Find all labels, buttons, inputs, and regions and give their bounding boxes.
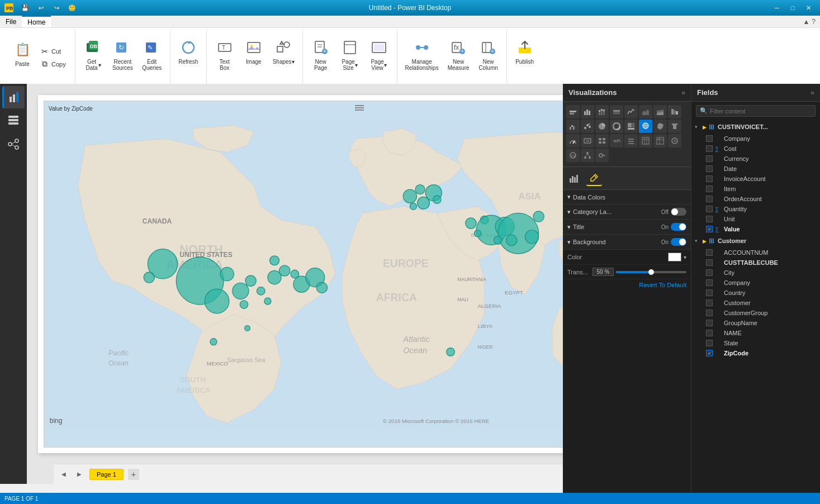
viz-pie[interactable] <box>595 120 609 133</box>
field-unit-checkbox[interactable] <box>706 216 713 222</box>
quick-undo-btn[interactable]: ↩ <box>34 2 48 13</box>
background-toggle[interactable]: On <box>661 238 686 246</box>
field-value[interactable]: ✓ ∑ Value <box>691 224 820 234</box>
image-btn[interactable]: Image <box>240 35 267 80</box>
viz-area[interactable] <box>639 105 652 118</box>
category-toggle-track[interactable] <box>671 208 686 216</box>
title-toggle[interactable]: On <box>661 223 686 231</box>
field-custtablecube[interactable]: CUSTTABLECUBE <box>691 258 820 268</box>
ribbon-collapse-btn[interactable]: ▲ <box>803 18 809 26</box>
field-company[interactable]: Company <box>691 134 820 144</box>
viz-stacked-col[interactable] <box>595 105 609 118</box>
viz-waterfall[interactable] <box>566 120 580 133</box>
close-btn[interactable]: ✕ <box>801 2 816 13</box>
category-label-toggle[interactable]: Off <box>661 208 686 216</box>
field-invoiceaccount-checkbox[interactable] <box>706 175 713 182</box>
field-zipcode-checkbox[interactable]: ✓ <box>706 350 713 356</box>
field-quantity[interactable]: ∑ Quantity <box>691 204 820 214</box>
map-more-btn[interactable]: ··· <box>667 103 672 110</box>
title-toggle-track[interactable] <box>671 223 686 231</box>
new-measure-btn[interactable]: fx+ New Measure <box>444 35 473 80</box>
color-swatch[interactable] <box>668 253 681 261</box>
new-page-btn[interactable]: + New Page <box>307 35 334 80</box>
field-group-custinvoice[interactable]: ▾ ▸ ⊞ CUSTINVOICET... <box>691 120 820 134</box>
field-value-checkbox[interactable]: ✓ <box>706 226 713 232</box>
viz-filled-map[interactable] <box>653 120 667 133</box>
data-colors-header[interactable]: ▾ Data Colors <box>563 190 691 205</box>
refresh-btn[interactable]: Refresh <box>175 35 202 80</box>
maximize-btn[interactable]: □ <box>785 2 800 13</box>
menu-file[interactable]: File <box>0 16 22 27</box>
field-company-checkbox[interactable] <box>706 135 713 142</box>
paste-btn[interactable]: 📋 Paste <box>9 37 36 78</box>
manage-relationships-btn[interactable]: Manage Relationships <box>402 35 442 80</box>
field-cost-checkbox[interactable] <box>706 145 713 152</box>
recent-sources-btn[interactable]: ↻ Recent Sources <box>109 35 136 80</box>
page-next-btn[interactable]: ▶ <box>74 469 85 480</box>
edit-queries-btn[interactable]: ✎ Edit Queries <box>139 35 165 80</box>
viz-data-tab[interactable] <box>566 170 582 186</box>
field-currency[interactable]: Currency <box>691 154 820 164</box>
viz-column[interactable] <box>581 105 594 118</box>
color-dropdown-btn[interactable]: ▾ <box>684 254 686 260</box>
field-group-customer[interactable]: ▾ ▸ ⊞ Customer <box>691 234 820 248</box>
viz-gauge[interactable] <box>566 134 580 148</box>
sidebar-data-btn[interactable] <box>2 110 25 132</box>
field-customer-checkbox[interactable] <box>706 299 713 306</box>
text-box-btn[interactable]: T Text Box <box>211 35 238 80</box>
field-cust-company[interactable]: Company <box>691 278 820 288</box>
field-customergroup[interactable]: CustomerGroup <box>691 308 820 318</box>
field-unit[interactable]: Unit <box>691 214 820 224</box>
viz-custom[interactable]: R <box>668 134 681 148</box>
page-size-btn[interactable]: Page Size▾ <box>336 35 363 80</box>
transparency-input[interactable]: 50 % <box>593 268 614 276</box>
field-orderaccount-checkbox[interactable] <box>706 196 713 202</box>
field-invoiceaccount[interactable]: InvoiceAccount <box>691 174 820 184</box>
field-state-checkbox[interactable] <box>706 340 713 346</box>
minimize-btn[interactable]: ─ <box>770 2 784 13</box>
viz-py[interactable]: py <box>566 149 580 162</box>
sidebar-report-btn[interactable] <box>2 86 25 108</box>
search-input[interactable] <box>710 108 812 115</box>
viz-funnel[interactable] <box>668 120 681 133</box>
viz-panel-expand[interactable]: » <box>681 89 685 97</box>
new-column-btn[interactable]: + New Column <box>475 35 502 80</box>
viz-scatter[interactable] <box>581 120 594 133</box>
field-date-checkbox[interactable] <box>706 165 713 172</box>
page-1-tab[interactable]: Page 1 <box>89 469 124 480</box>
quick-smile-btn[interactable]: 🙂 <box>65 2 79 13</box>
help-btn[interactable]: ? <box>812 18 816 26</box>
field-orderaccount[interactable]: OrderAccount <box>691 194 820 204</box>
field-groupname-checkbox[interactable] <box>706 320 713 326</box>
viz-stacked-bar[interactable] <box>566 105 580 118</box>
viz-multi-card[interactable] <box>595 134 609 148</box>
viz-map[interactable] <box>639 120 652 133</box>
revert-btn[interactable]: Revert To Default <box>563 279 691 291</box>
field-cust-company-checkbox[interactable] <box>706 279 713 286</box>
cut-btn[interactable]: ✂ Cut <box>37 45 70 58</box>
field-name[interactable]: NAME <box>691 328 820 338</box>
map-menu-btn[interactable] <box>355 104 364 113</box>
viz-format-tab[interactable] <box>586 170 602 186</box>
copy-btn[interactable]: ⧉ Copy <box>37 58 70 70</box>
menu-home[interactable]: Home <box>22 16 51 27</box>
field-currency-checkbox[interactable] <box>706 155 713 162</box>
viz-matrix[interactable] <box>653 134 667 148</box>
quick-save-btn[interactable]: 💾 <box>18 2 32 13</box>
field-custtablecube-checkbox[interactable] <box>706 259 713 266</box>
transparency-slider[interactable] <box>616 271 686 273</box>
viz-line[interactable] <box>624 105 638 118</box>
field-groupname[interactable]: GroupName <box>691 318 820 328</box>
viz-treemap[interactable] <box>624 120 638 133</box>
field-item[interactable]: Item <box>691 184 820 194</box>
viz-kpi[interactable]: KPI <box>610 134 623 148</box>
get-data-btn[interactable]: DB Get Data▾ <box>80 35 107 80</box>
page-view-btn[interactable]: Page View▾ <box>366 35 392 80</box>
page-prev-btn[interactable]: ◀ <box>58 469 69 480</box>
viz-stacked-area[interactable] <box>653 105 667 118</box>
field-zipcode[interactable]: ✓ ZipCode <box>691 348 820 358</box>
field-quantity-checkbox[interactable] <box>706 206 713 212</box>
field-date[interactable]: Date <box>691 164 820 174</box>
viz-key-inf[interactable] <box>595 149 609 162</box>
field-item-checkbox[interactable] <box>706 186 713 192</box>
